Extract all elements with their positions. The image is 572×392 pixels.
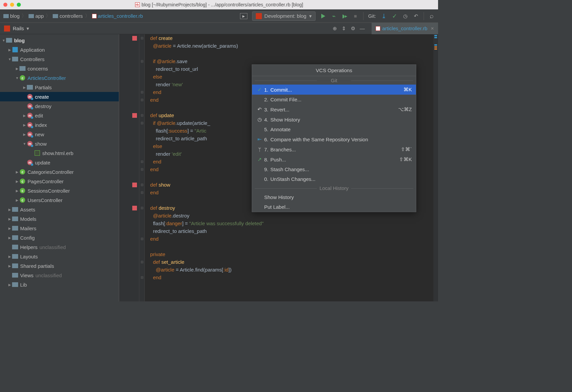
method-icon: m bbox=[27, 141, 33, 146]
tree-config[interactable]: ▶Config bbox=[0, 233, 119, 242]
tree-assets[interactable]: ▶Assets bbox=[0, 205, 119, 214]
close-window-button[interactable] bbox=[3, 3, 7, 7]
editor-tab-articles-controller[interactable]: articles_controller.rb ✕ bbox=[372, 23, 438, 34]
popup-item-annotate[interactable]: 5.Annotate bbox=[252, 125, 416, 134]
vcs-commit-button[interactable]: ✓ bbox=[391, 13, 397, 19]
popup-item-compare[interactable]: ⇤6.Compare with the Same Repository Vers… bbox=[252, 134, 416, 144]
method-icon: m bbox=[27, 94, 33, 99]
popup-item-show-history[interactable]: ◷4.Show History bbox=[252, 114, 416, 125]
tree-application[interactable]: ▶Application bbox=[0, 45, 119, 54]
tree-method-create[interactable]: mcreate bbox=[0, 92, 119, 101]
minimize-window-button[interactable] bbox=[10, 3, 14, 7]
tree-concerns[interactable]: ▶concerns bbox=[0, 64, 119, 73]
tree-method-update[interactable]: mupdate bbox=[0, 158, 119, 167]
tree-method-edit[interactable]: ▶medit bbox=[0, 111, 119, 120]
popup-item-put-label[interactable]: Put Label... bbox=[252, 202, 416, 212]
compare-icon: ⇤ bbox=[256, 136, 263, 142]
fold-column: ⊟⊟⊟⊟⊟⊟⊟⊟⊟⊟⊟⊟⊟⊟ bbox=[139, 34, 145, 301]
tree-controllers[interactable]: ▼Controllers bbox=[0, 54, 119, 64]
breadcrumb-separator: 〉 bbox=[46, 13, 51, 19]
popup-item-push[interactable]: ↗8.Push...⇧⌘K bbox=[252, 154, 416, 164]
popup-item-commit-file[interactable]: 2.Commit File... bbox=[252, 95, 416, 104]
rails-view-selector[interactable]: Rails ▾ bbox=[0, 26, 33, 32]
popup-item-commit[interactable]: ✓1.Commit...⌘K bbox=[252, 85, 416, 95]
tree-root-blog[interactable]: ▼blog bbox=[0, 36, 119, 45]
tree-pages-controller[interactable]: ▶cPagesController bbox=[0, 177, 119, 186]
breadcrumb-app[interactable]: app bbox=[29, 13, 44, 19]
revert-icon: ↶ bbox=[256, 106, 263, 112]
folder-icon bbox=[12, 282, 18, 287]
folder-icon bbox=[12, 263, 18, 268]
popup-item-unstash[interactable]: 0.UnStash Changes... bbox=[252, 174, 416, 184]
expand-icon[interactable]: ⇕ bbox=[342, 26, 346, 32]
tree-articles-controller[interactable]: ▼cArticlesController bbox=[0, 73, 119, 83]
vcs-history-button[interactable]: ◷ bbox=[402, 13, 408, 19]
vcs-revert-button[interactable]: ↶ bbox=[413, 13, 419, 19]
popup-item-branches[interactable]: ᛘ7.Branches...⇧⌘` bbox=[252, 144, 416, 154]
breakpoint-icon[interactable] bbox=[132, 206, 137, 210]
folder-icon bbox=[12, 216, 18, 221]
breakpoint-icon[interactable] bbox=[132, 113, 137, 118]
separator bbox=[424, 12, 424, 20]
folder-icon bbox=[29, 14, 34, 18]
minimize-tool-icon[interactable]: — bbox=[360, 26, 365, 32]
tree-users-controller[interactable]: ▶cUsersController bbox=[0, 195, 119, 205]
stop-button[interactable]: ■ bbox=[352, 13, 359, 19]
controller-icon: c bbox=[20, 75, 25, 81]
method-icon: m bbox=[27, 160, 33, 165]
locate-icon[interactable]: ⊕ bbox=[333, 26, 337, 32]
rails-icon bbox=[4, 26, 10, 32]
marker-bar bbox=[433, 34, 438, 301]
close-tab-icon[interactable]: ✕ bbox=[431, 26, 434, 31]
tree-models[interactable]: ▶Models bbox=[0, 214, 119, 224]
controller-icon: c bbox=[20, 169, 25, 175]
search-everywhere-button[interactable]: ⌕ bbox=[429, 13, 435, 19]
folder-icon bbox=[53, 14, 58, 18]
tree-shared-partials[interactable]: ▶Shared partials bbox=[0, 261, 119, 271]
breadcrumb-separator: 〉 bbox=[21, 13, 27, 19]
popup-item-revert[interactable]: ↶3.Revert...⌥⌘Z bbox=[252, 104, 416, 114]
breakpoint-icon[interactable] bbox=[132, 183, 137, 187]
window-controls bbox=[3, 3, 21, 7]
rails-icon bbox=[256, 13, 262, 19]
method-icon: m bbox=[27, 103, 33, 109]
tree-method-show[interactable]: ▼mshow bbox=[0, 139, 119, 148]
tree-helpers[interactable]: Helpersunclassified bbox=[0, 242, 119, 252]
run-target-icon[interactable]: ▸ bbox=[240, 13, 247, 19]
controller-icon: c bbox=[20, 188, 25, 193]
folder-icon bbox=[6, 38, 12, 43]
breadcrumb-controllers[interactable]: controllers bbox=[53, 13, 83, 19]
popup-title: VCS Operations bbox=[252, 65, 416, 76]
breadcrumb-blog[interactable]: blog bbox=[3, 13, 19, 19]
tree-method-index[interactable]: ▶mindex bbox=[0, 120, 119, 130]
tree-sessions-controller[interactable]: ▶cSessionsController bbox=[0, 186, 119, 195]
run-button[interactable] bbox=[320, 13, 326, 19]
debug-button[interactable]: ⌁ bbox=[331, 13, 337, 19]
tool-row: Rails ▾ ⊕ ⇕ ⚙ — articles_controller.rb ✕ bbox=[0, 23, 438, 34]
tree-views[interactable]: Viewsunclassified bbox=[0, 271, 119, 280]
breadcrumb-file[interactable]: articles_controller.rb bbox=[92, 13, 143, 19]
maximize-window-button[interactable] bbox=[17, 3, 21, 7]
tree-layouts[interactable]: ▶Layouts bbox=[0, 252, 119, 261]
tree-categories-controller[interactable]: ▶cCategoriesController bbox=[0, 167, 119, 177]
vcs-update-button[interactable]: ⤓ bbox=[381, 13, 387, 19]
tree-lib[interactable]: ▶Lib bbox=[0, 280, 119, 289]
popup-item-local-show-history[interactable]: Show History bbox=[252, 192, 416, 202]
run-configuration-dropdown[interactable]: Development: blog ▾ bbox=[252, 11, 316, 21]
tree-method-destroy[interactable]: mdestroy bbox=[0, 101, 119, 111]
popup-item-stash[interactable]: 9.Stash Changes... bbox=[252, 164, 416, 174]
popup-section-local: Local History bbox=[252, 184, 416, 192]
ruby-file-icon bbox=[376, 26, 380, 31]
breakpoint-icon[interactable] bbox=[132, 36, 137, 41]
module-icon bbox=[12, 47, 18, 52]
run-coverage-button[interactable]: ◗▸ bbox=[342, 13, 348, 19]
tree-show-erb[interactable]: show.html.erb bbox=[0, 148, 119, 158]
settings-icon[interactable]: ⚙ bbox=[351, 26, 355, 32]
tree-method-new[interactable]: ▶mnew bbox=[0, 130, 119, 139]
tree-mailers[interactable]: ▶Mailers bbox=[0, 224, 119, 233]
branch-icon: ᛘ bbox=[256, 147, 263, 152]
tree-partials[interactable]: ▶Partials bbox=[0, 83, 119, 92]
folder-icon bbox=[19, 66, 26, 71]
folder-icon bbox=[12, 245, 18, 249]
method-icon: m bbox=[27, 132, 33, 137]
